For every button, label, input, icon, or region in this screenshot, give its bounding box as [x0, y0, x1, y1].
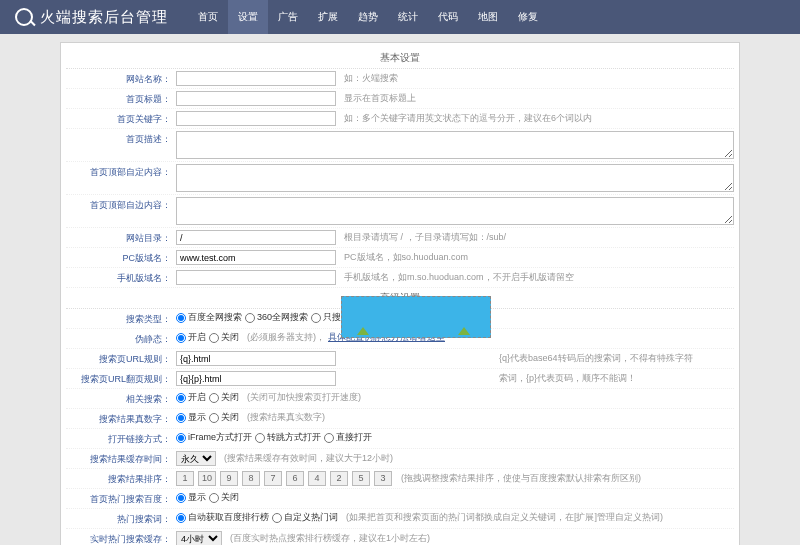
side-content-textarea[interactable] — [176, 197, 734, 225]
nav-stats[interactable]: 统计 — [388, 0, 428, 34]
side-content-label: 首页顶部自边内容： — [66, 197, 176, 212]
nav-ads[interactable]: 广告 — [268, 0, 308, 34]
hint: (搜索结果缓存有效时间，建议大于12小时) — [224, 452, 393, 465]
header: 使用帮助 网站首页 欢迎您,didi, 退出 火端搜索后台管理 首页 设置 广告… — [0, 0, 800, 34]
sort-box[interactable]: 9 — [220, 471, 238, 486]
mobile-domain-input[interactable] — [176, 270, 336, 285]
section-basic: 基本设置 — [66, 48, 734, 69]
real-num-label: 搜索结果真数字： — [66, 411, 176, 426]
radio-auto-hot[interactable]: 自动获取百度排行榜 — [176, 511, 269, 524]
nav-repair[interactable]: 修复 — [508, 0, 548, 34]
sort-box[interactable]: 8 — [242, 471, 260, 486]
radio-hot-off[interactable]: 关闭 — [209, 491, 239, 504]
keywords-label: 首页关键字： — [66, 111, 176, 126]
nav-trends[interactable]: 趋势 — [348, 0, 388, 34]
sort-box[interactable]: 10 — [198, 471, 216, 486]
content-panel: 基本设置 网站名称：如：火端搜索 首页标题：显示在首页标题上 首页关键字：如：多… — [60, 42, 740, 545]
related-label: 相关搜索： — [66, 391, 176, 406]
rewrite-label: 伪静态： — [66, 331, 176, 346]
pc-domain-input[interactable] — [176, 250, 336, 265]
sort-box[interactable]: 1 — [176, 471, 194, 486]
search-type-label: 搜索类型： — [66, 311, 176, 326]
url-page-rule-input[interactable] — [176, 371, 336, 386]
nav-home[interactable]: 首页 — [188, 0, 228, 34]
hint: (百度实时热点搜索排行榜缓存，建议在1小时左右) — [230, 532, 430, 545]
radio-iframe[interactable]: iFrame方式打开 — [176, 431, 252, 444]
radio-redirect[interactable]: 转跳方式打开 — [255, 431, 321, 444]
logo-text: 火端搜索后台管理 — [40, 8, 168, 27]
hot-cache-select[interactable]: 4小时 — [176, 531, 222, 545]
top-content-textarea[interactable] — [176, 164, 734, 192]
search-icon — [15, 8, 33, 26]
site-name-input[interactable] — [176, 71, 336, 86]
sort-box[interactable]: 6 — [286, 471, 304, 486]
sort-boxes[interactable]: 11098764253 (拖拽调整搜索结果排序，使使与百度搜索默认排索有所区别) — [176, 471, 734, 486]
url-page-rule-label: 搜索页URL翻页规则： — [66, 371, 176, 386]
nav-code[interactable]: 代码 — [428, 0, 468, 34]
home-title-label: 首页标题： — [66, 91, 176, 106]
pc-domain-label: PC版域名： — [66, 250, 176, 265]
hint: {q}代表base64转码后的搜索词，不得有特殊字符 — [499, 352, 693, 365]
radio-360[interactable]: 360全网搜索 — [245, 311, 308, 324]
site-name-label: 网站名称： — [66, 71, 176, 86]
radio-rewrite-off[interactable]: 关闭 — [209, 331, 239, 344]
radio-baidu[interactable]: 百度全网搜索 — [176, 311, 242, 324]
hint: 如：火端搜索 — [344, 72, 398, 85]
url-rule-label: 搜索页URL规则： — [66, 351, 176, 366]
hot-cache-label: 实时热门搜索缓存： — [66, 531, 176, 545]
overlay-image — [341, 296, 491, 338]
hint: (必须服务器支持)， — [247, 331, 325, 344]
cache-time-label: 搜索结果缓存时间： — [66, 451, 176, 466]
sort-box[interactable]: 2 — [330, 471, 348, 486]
hint: 如：多个关键字请用英文状态下的逗号分开，建议在6个词以内 — [344, 112, 592, 125]
hot-baidu-label: 首页热门搜索百度： — [66, 491, 176, 506]
radio-custom-hot[interactable]: 自定义热门词 — [272, 511, 338, 524]
nav-map[interactable]: 地图 — [468, 0, 508, 34]
radio-realnum-off[interactable]: 关闭 — [209, 411, 239, 424]
keywords-input[interactable] — [176, 111, 336, 126]
hint: PC版域名，如so.huoduan.com — [344, 251, 468, 264]
radio-realnum-on[interactable]: 显示 — [176, 411, 206, 424]
url-rule-input[interactable] — [176, 351, 336, 366]
hint: 根目录请填写 / ，子目录请填写如：/sub/ — [344, 231, 506, 244]
desc-textarea[interactable] — [176, 131, 734, 159]
dir-label: 网站目录： — [66, 230, 176, 245]
radio-direct[interactable]: 直接打开 — [324, 431, 372, 444]
hint: (拖拽调整搜索结果排序，使使与百度搜索默认排索有所区别) — [401, 472, 641, 485]
sort-label: 搜索结果排序： — [66, 471, 176, 486]
dir-input[interactable] — [176, 230, 336, 245]
desc-label: 首页描述： — [66, 131, 176, 146]
hint: 索词，{p}代表页码，顺序不能调！ — [499, 372, 636, 385]
top-content-label: 首页顶部自定内容： — [66, 164, 176, 179]
sort-box[interactable]: 4 — [308, 471, 326, 486]
sort-box[interactable]: 5 — [352, 471, 370, 486]
nav-settings[interactable]: 设置 — [228, 0, 268, 34]
hint: (如果把首页和搜索页面的热门词都换成自定义关键词，在[扩展]管理自定义热词) — [346, 511, 663, 524]
nav: 首页 设置 广告 扩展 趋势 统计 代码 地图 修复 — [188, 0, 548, 34]
home-title-input[interactable] — [176, 91, 336, 106]
mobile-domain-label: 手机版域名： — [66, 270, 176, 285]
hint: (关闭可加快搜索页打开速度) — [247, 391, 361, 404]
hint: (搜索结果真实数字) — [247, 411, 325, 424]
radio-hot-on[interactable]: 显示 — [176, 491, 206, 504]
sort-box[interactable]: 7 — [264, 471, 282, 486]
radio-rewrite-on[interactable]: 开启 — [176, 331, 206, 344]
hot-words-label: 热门搜索词： — [66, 511, 176, 526]
cache-time-select[interactable]: 永久 — [176, 451, 216, 466]
sort-box[interactable]: 3 — [374, 471, 392, 486]
hint: 手机版域名，如m.so.huoduan.com，不开启手机版请留空 — [344, 271, 574, 284]
link-mode-label: 打开链接方式： — [66, 431, 176, 446]
hint: 显示在首页标题上 — [344, 92, 416, 105]
radio-related-on[interactable]: 开启 — [176, 391, 206, 404]
nav-extend[interactable]: 扩展 — [308, 0, 348, 34]
radio-related-off[interactable]: 关闭 — [209, 391, 239, 404]
